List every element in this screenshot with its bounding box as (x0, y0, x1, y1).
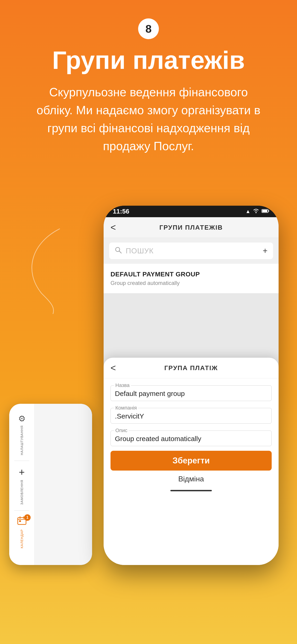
signal-icon: ▲ (246, 208, 250, 214)
step-badge: 8 (138, 18, 159, 39)
cancel-button-label: Відміна (178, 475, 204, 483)
list-nav-bar: < ГРУПИ ПЛАТЕЖІВ (104, 217, 278, 238)
company-label: Компанія (114, 405, 138, 411)
add-group-button[interactable]: + (263, 246, 268, 256)
home-indicator (104, 487, 278, 494)
company-value[interactable]: .ServicitY (115, 412, 267, 420)
small-screen-inner: ⚙ НАЛАШТУВАННЯ + ЗАМОВЛЕННЯ (9, 404, 92, 565)
svg-rect-8 (262, 210, 267, 212)
description-label: Опис (114, 428, 129, 434)
wifi-icon (253, 208, 259, 215)
sidebar-orders-label: ЗАМОВЛЕННЯ (20, 480, 24, 505)
phone-main: 11:56 ▲ (104, 206, 278, 565)
payment-group-list-item[interactable]: DEFAULT PAYMENT GROUP Group created auto… (104, 264, 278, 294)
home-bar (170, 490, 212, 491)
name-field[interactable]: Назва Default payment group (110, 385, 272, 401)
step-number: 8 (146, 22, 152, 35)
settings-icon: ⚙ (18, 414, 26, 424)
search-icon (115, 246, 122, 256)
phones-container: ⚙ НАЛАШТУВАННЯ + ЗАМОВЛЕННЯ (0, 178, 297, 570)
status-icons: ▲ (246, 208, 269, 215)
detail-nav-bar: < ГРУПА ПЛАТІЖ (104, 358, 278, 378)
group-subtitle: Group created automatically (110, 280, 272, 286)
sidebar-item-calendar[interactable]: 1 КАЛЕНДАР (9, 511, 34, 554)
cancel-button[interactable]: Відміна (104, 470, 278, 487)
phone-screen: < ГРУПИ ПЛАТЕЖІВ ПОШУК + DEFAULT PAYMENT… (104, 217, 278, 565)
save-button-label: Зберегти (172, 456, 210, 466)
detail-back-button[interactable]: < (110, 363, 116, 373)
detail-screen: < ГРУПА ПЛАТІЖ Назва Default payment gro… (104, 358, 278, 565)
small-main-content (34, 404, 92, 565)
name-label: Назва (114, 382, 131, 388)
svg-rect-4 (19, 520, 21, 522)
plus-icon: + (19, 466, 25, 478)
list-back-button[interactable]: < (110, 222, 116, 233)
calendar-badge: 1 (24, 514, 30, 521)
status-bar: 11:56 ▲ (104, 206, 278, 217)
save-button[interactable]: Зберегти (110, 451, 272, 470)
sidebar-item-orders[interactable]: + ЗАМОВЛЕННЯ (9, 461, 34, 510)
list-nav-title: ГРУПИ ПЛАТЕЖІВ (159, 224, 223, 231)
description-value[interactable]: Group created automatically (115, 435, 267, 443)
name-value[interactable]: Default payment group (115, 390, 267, 398)
company-field[interactable]: Компанія .ServicitY (110, 408, 272, 424)
description-field[interactable]: Опис Group created automatically (110, 430, 272, 446)
phone-small: ⚙ НАЛАШТУВАННЯ + ЗАМОВЛЕННЯ (9, 404, 92, 565)
sidebar: ⚙ НАЛАШТУВАННЯ + ЗАМОВЛЕННЯ (9, 404, 34, 565)
status-time: 11:56 (113, 208, 130, 215)
phone-small-screen: ⚙ НАЛАШТУВАННЯ + ЗАМОВЛЕННЯ (9, 404, 92, 565)
detail-nav-title: ГРУПА ПЛАТІЖ (164, 364, 218, 372)
group-title: DEFAULT PAYMENT GROUP (110, 271, 272, 278)
search-bar[interactable]: ПОШУК + (109, 242, 273, 259)
svg-line-10 (119, 251, 121, 253)
page-subtitle: Скурпульозне ведення фінансового обліку.… (34, 83, 264, 155)
sidebar-settings-label: НАЛАШТУВАННЯ (20, 426, 24, 455)
svg-point-5 (256, 212, 257, 213)
sidebar-item-settings[interactable]: ⚙ НАЛАШТУВАННЯ (9, 408, 34, 461)
decorative-curve (18, 224, 64, 316)
page-title: Групи платежів (52, 46, 245, 74)
detail-form: Назва Default payment group Компанія .Se… (104, 378, 278, 446)
sidebar-calendar-label: КАЛЕНДАР (20, 529, 24, 548)
battery-icon (262, 209, 269, 214)
search-placeholder[interactable]: ПОШУК (126, 247, 259, 255)
svg-rect-7 (268, 210, 269, 212)
top-section: 8 Групи платежів Скурпульозне ведення фі… (0, 0, 297, 164)
